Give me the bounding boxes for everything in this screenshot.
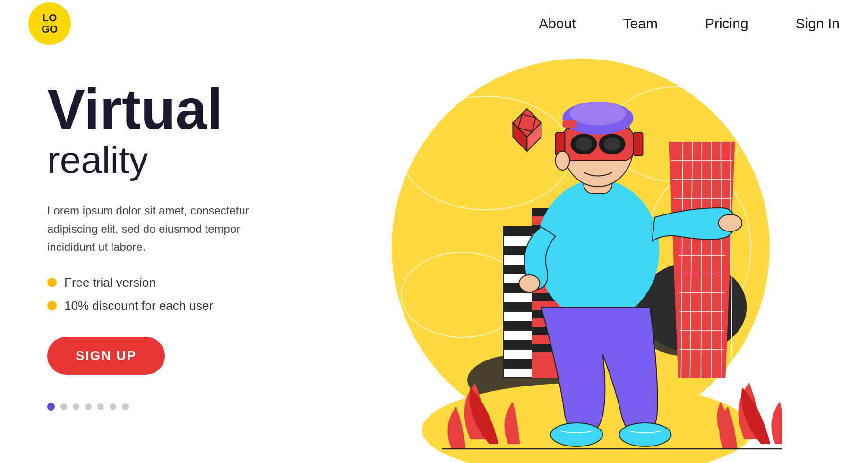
- pagination-dot-6[interactable]: [110, 403, 116, 410]
- hero-title-reality: reality: [47, 137, 293, 183]
- floating-cube: [513, 109, 541, 151]
- header: LO GO About Team Pricing Sign In: [0, 0, 868, 47]
- svg-point-65: [619, 423, 671, 446]
- bullet-dot-1: [47, 278, 57, 287]
- feature-text-1: Free trial version: [64, 275, 156, 290]
- nav-pricing[interactable]: Pricing: [705, 16, 748, 32]
- nav-about[interactable]: About: [539, 16, 576, 32]
- svg-point-64: [550, 423, 602, 446]
- features-list: Free trial version 10% discount for each…: [47, 275, 293, 313]
- svg-point-66: [519, 275, 540, 292]
- pagination-dot-1[interactable]: [47, 403, 55, 411]
- feature-text-2: 10% discount for each user: [64, 299, 213, 313]
- signup-button[interactable]: SIGN UP: [47, 337, 165, 375]
- pagination-dot-7[interactable]: [122, 403, 129, 410]
- right-panel: [293, 47, 868, 463]
- nav-team[interactable]: Team: [623, 16, 658, 32]
- svg-point-63: [555, 151, 569, 170]
- svg-point-50: [718, 214, 742, 232]
- nav-signin[interactable]: Sign In: [796, 16, 840, 32]
- leaves-right: [717, 383, 782, 449]
- svg-point-58: [575, 137, 592, 151]
- svg-point-49: [536, 180, 659, 321]
- feature-item-2: 10% discount for each user: [47, 299, 293, 313]
- pagination-dot-3[interactable]: [73, 403, 79, 410]
- hero-title-virtual: Virtual: [47, 81, 293, 137]
- svg-rect-55: [633, 132, 643, 156]
- main-content: Virtual reality Lorem ipsum dolor sit am…: [0, 47, 868, 463]
- bullet-dot-2: [47, 301, 57, 310]
- svg-rect-62: [562, 120, 576, 128]
- pagination-dots: [47, 403, 293, 411]
- pagination-dot-2[interactable]: [60, 403, 67, 410]
- svg-point-59: [603, 137, 620, 151]
- svg-point-61: [569, 102, 626, 125]
- left-panel: Virtual reality Lorem ipsum dolor sit am…: [0, 81, 293, 429]
- pagination-dot-4[interactable]: [85, 403, 92, 410]
- feature-item-1: Free trial version: [47, 275, 293, 290]
- hero-description: Lorem ipsum dolor sit amet, consectetur …: [47, 202, 255, 256]
- leaves-left: [447, 383, 520, 449]
- character-illustration: [395, 47, 782, 463]
- pagination-dot-5[interactable]: [97, 403, 104, 410]
- main-nav: About Team Pricing Sign In: [539, 16, 840, 32]
- logo[interactable]: LO GO: [28, 2, 71, 45]
